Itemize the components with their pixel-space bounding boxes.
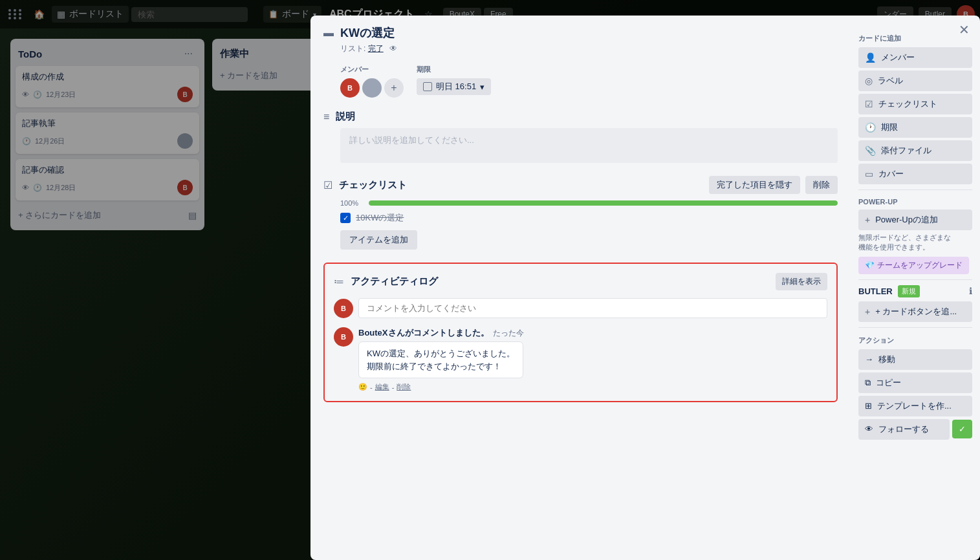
modal-list-info: リスト: 完了 👁 <box>340 43 838 54</box>
sidebar-divider-2 <box>858 279 972 280</box>
member-icon: 👤 <box>865 52 876 63</box>
comment-bubble-1: KWの選定、ありがとうございました。 期限前に終了できてよかったです！ <box>358 341 523 378</box>
follow-btn[interactable]: 👁 フォローする <box>858 419 950 440</box>
checklist-progress-row: 100% <box>340 199 838 207</box>
upgrade-btn-label: チームをアップグレード <box>877 260 963 271</box>
card-modal: ✕ ▬ KWの選定 リスト: 完了 👁 メンバー B + <box>310 16 980 560</box>
add-member-btn[interactable]: + <box>384 78 404 98</box>
add-card-button-btn[interactable]: + + カードボタンを追... <box>858 301 972 322</box>
sidebar-divider-1 <box>858 189 972 190</box>
checklist-actions: 完了した項目を隠す 削除 <box>709 176 838 194</box>
follow-check-btn[interactable]: ✓ <box>952 420 972 438</box>
template-btn-label: テンプレートを作... <box>877 400 952 412</box>
members-label: メンバー <box>340 65 404 74</box>
label-btn-label: ラベル <box>878 75 903 87</box>
sidebar-divider-3 <box>858 327 972 328</box>
description-title: 説明 <box>336 111 355 123</box>
label-icon: ◎ <box>865 76 873 86</box>
attachment-icon: 📎 <box>865 145 876 156</box>
members-row: B + <box>340 78 404 98</box>
activity-icon: ≔ <box>334 275 344 288</box>
modal-sidebar: カードに追加 👤 メンバー ◎ ラベル ☑ チェックリスト 🕐 期限 📎 添付フ… <box>851 16 980 560</box>
cover-icon: ▭ <box>865 169 873 179</box>
butler-badge: 新規 <box>898 285 920 297</box>
checklist-checkbox-1[interactable]: ✓ <box>340 213 351 223</box>
attachment-btn-label: 添付ファイル <box>881 145 931 156</box>
due-btn-label: 期限 <box>881 122 898 133</box>
hide-done-btn[interactable]: 完了した項目を隠す <box>709 176 800 194</box>
add-card-btn-label: + カードボタンを追... <box>875 306 957 318</box>
add-to-card-title: カードに追加 <box>858 34 972 43</box>
arrow-right-icon: → <box>865 354 873 364</box>
separator-2: - <box>392 383 395 391</box>
add-item-btn[interactable]: アイテムを追加 <box>340 230 417 250</box>
activity-input-row: B <box>334 298 827 318</box>
checklist-btn-label: チェックリスト <box>878 98 937 110</box>
due-sidebar-btn[interactable]: 🕐 期限 <box>858 117 972 138</box>
template-btn[interactable]: ⊞ テンプレートを作... <box>858 396 972 416</box>
show-detail-btn[interactable]: 詳細を表示 <box>776 273 827 290</box>
chevron-down-icon: ▾ <box>480 82 485 92</box>
modal-close-btn[interactable]: ✕ <box>959 23 970 36</box>
member-avatar-2[interactable] <box>362 78 382 98</box>
butler-label-row: BUTLER 新規 <box>858 285 920 297</box>
checklist-sidebar-icon: ☑ <box>865 99 873 109</box>
due-date-btn[interactable]: 明日 16:51 ▾ <box>417 78 491 95</box>
activity-header-row: ≔ アクティビティログ 詳細を表示 <box>334 273 827 290</box>
member-btn-label: メンバー <box>881 52 915 63</box>
list-name-link[interactable]: 完了 <box>368 44 384 53</box>
checklist-item-1: ✓ 10KWの選定 <box>340 212 838 224</box>
upgrade-btn[interactable]: 💎 チームをアップグレード <box>858 257 969 274</box>
members-section: メンバー B + <box>340 65 404 98</box>
watch-icon: 👁 <box>389 44 397 53</box>
copy-btn-label: コピー <box>876 377 901 389</box>
modal-inner: ▬ KWの選定 リスト: 完了 👁 メンバー B + <box>310 16 980 560</box>
comment-line1: KWの選定、ありがとうございました。 <box>367 349 515 358</box>
checklist-sidebar-btn[interactable]: ☑ チェックリスト <box>858 94 972 114</box>
follow-btn-label: フォローする <box>878 424 929 435</box>
due-checkbox[interactable] <box>423 82 432 91</box>
modal-header: ▬ KWの選定 <box>323 26 838 41</box>
description-section: ≡ 説明 詳しい説明を追加してください... <box>323 111 838 163</box>
copy-icon: ⧉ <box>865 378 871 388</box>
comment-input[interactable] <box>358 298 827 318</box>
copy-btn[interactable]: ⧉ コピー <box>858 372 972 393</box>
due-section: 期限 明日 16:51 ▾ <box>417 65 491 98</box>
commenter-name: BouteXさんがコメントしました。たった今 <box>358 327 827 339</box>
member-avatar-1[interactable]: B <box>340 78 360 98</box>
checklist-section: ☑ チェックリスト 完了した項目を隠す 削除 100% ✓ <box>323 176 838 250</box>
commenter-avatar: B <box>334 327 353 347</box>
add-power-up-btn[interactable]: + Power-Upの追加 <box>858 210 972 230</box>
label-sidebar-btn[interactable]: ◎ ラベル <box>858 70 972 91</box>
power-up-title: POWER-UP <box>858 198 972 206</box>
progress-pct: 100% <box>340 199 364 207</box>
edit-comment-btn[interactable]: 編集 <box>375 382 389 392</box>
checklist-item-text-1: 10KWの選定 <box>356 212 404 224</box>
checkmark-icon: ✓ <box>343 214 349 222</box>
modal-title: KWの選定 <box>340 26 395 41</box>
butler-info-icon[interactable]: ℹ <box>969 286 972 296</box>
comment-line2: 期限前に終了できてよかったです！ <box>367 361 501 371</box>
description-placeholder[interactable]: 詳しい説明を追加してください... <box>340 128 838 163</box>
actions-title: アクション <box>858 336 972 345</box>
checklist-title: チェックリスト <box>339 179 407 191</box>
separator-1: - <box>370 383 373 391</box>
move-btn-label: 移動 <box>878 354 895 365</box>
clock-sidebar-icon: 🕐 <box>865 122 876 133</box>
cover-sidebar-btn[interactable]: ▭ カバー <box>858 164 972 184</box>
delete-comment-btn[interactable]: 削除 <box>397 382 411 392</box>
modal-main: ▬ KWの選定 リスト: 完了 👁 メンバー B + <box>310 16 851 560</box>
attachment-sidebar-btn[interactable]: 📎 添付ファイル <box>858 140 972 161</box>
list-label: リスト: <box>340 44 365 53</box>
card-header-icon: ▬ <box>323 27 334 39</box>
delete-checklist-btn[interactable]: 削除 <box>805 176 838 194</box>
member-sidebar-btn[interactable]: 👤 メンバー <box>858 47 972 68</box>
comment-actions-1: 🙂 - 編集 - 削除 <box>358 382 827 392</box>
activity-title: アクティビティログ <box>351 275 438 288</box>
activity-header-left: ≔ アクティビティログ <box>334 275 438 288</box>
move-btn[interactable]: → 移動 <box>858 349 972 370</box>
cover-btn-label: カバー <box>878 168 904 180</box>
progress-bar <box>369 200 838 206</box>
activity-avatar: B <box>334 299 353 318</box>
checklist-icon: ☑ <box>323 179 332 191</box>
